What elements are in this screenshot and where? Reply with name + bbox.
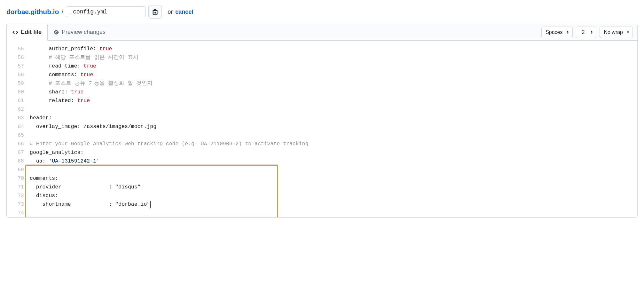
- line-content[interactable]: # Enter your Google Analytics web tracki…: [30, 139, 308, 148]
- code-line[interactable]: 71 provider : "disqus": [7, 183, 637, 191]
- line-content[interactable]: header:: [30, 114, 52, 122]
- line-content[interactable]: comments:: [30, 174, 58, 183]
- line-number: 74: [7, 209, 30, 217]
- code-line[interactable]: 56 # 해당 포스트를 읽은 시간이 표시: [7, 53, 637, 62]
- line-number: 60: [7, 88, 30, 96]
- line-number: 63: [7, 114, 30, 122]
- line-content[interactable]: author_profile: true: [30, 44, 112, 53]
- code-line[interactable]: 66# Enter your Google Analytics web trac…: [7, 139, 637, 148]
- code-line[interactable]: 63header:: [7, 114, 637, 122]
- editor-container: Edit file Preview changes Spaces ▲▼ 2 ▲▼…: [6, 24, 638, 218]
- code-line[interactable]: 61 related: true: [7, 96, 637, 105]
- indent-size-label: 2: [582, 29, 585, 35]
- select-caret-icon: ▲▼: [591, 30, 593, 34]
- line-number: 73: [7, 200, 30, 209]
- indent-mode-select[interactable]: Spaces ▲▼: [541, 27, 572, 38]
- code-line[interactable]: 57 read_time: true: [7, 62, 637, 70]
- line-number: 65: [7, 131, 30, 139]
- line-number: 66: [7, 139, 30, 148]
- clipboard-icon: [152, 9, 158, 15]
- eye-icon: [53, 29, 59, 35]
- wrap-mode-label: No wrap: [604, 29, 623, 35]
- code-line[interactable]: 60 share: true: [7, 88, 637, 96]
- code-line[interactable]: 73 shortname : "dorbae.io": [7, 200, 637, 209]
- select-caret-icon: ▲▼: [627, 30, 629, 34]
- line-content[interactable]: google_analytics:: [30, 148, 83, 157]
- line-number: 62: [7, 105, 30, 114]
- code-line[interactable]: 64 overlay_image: /assets/images/moon.jp…: [7, 122, 637, 131]
- line-content[interactable]: # 포스트 공유 기능을 활성화 할 것인지: [30, 79, 153, 88]
- text-cursor: [150, 201, 151, 208]
- tab-preview-changes[interactable]: Preview changes: [48, 24, 111, 40]
- repo-link[interactable]: dorbae.github.io: [6, 8, 59, 16]
- filename-input[interactable]: [66, 6, 146, 17]
- cancel-link[interactable]: cancel: [175, 9, 193, 15]
- code-line[interactable]: 74: [7, 209, 637, 217]
- line-number: 56: [7, 53, 30, 62]
- line-content[interactable]: comments: true: [30, 70, 93, 79]
- indent-size-select[interactable]: 2 ▲▼: [576, 27, 597, 38]
- clipboard-button[interactable]: [148, 5, 162, 19]
- code-line[interactable]: 65: [7, 131, 637, 139]
- line-content[interactable]: read_time: true: [30, 62, 96, 70]
- line-number: 64: [7, 122, 30, 131]
- line-number: 61: [7, 96, 30, 105]
- line-number: 57: [7, 62, 30, 70]
- code-line[interactable]: 67google_analytics:: [7, 148, 637, 157]
- code-icon: [12, 29, 18, 35]
- line-content[interactable]: provider : "disqus": [30, 183, 141, 191]
- code-line[interactable]: 59 # 포스트 공유 기능을 활성화 할 것인지: [7, 79, 637, 88]
- line-number: 59: [7, 79, 30, 88]
- line-content[interactable]: overlay_image: /assets/images/moon.jpg: [30, 122, 156, 131]
- line-number: 72: [7, 191, 30, 200]
- wrap-mode-select[interactable]: No wrap ▲▼: [600, 27, 633, 38]
- code-line[interactable]: 72 disqus:: [7, 191, 637, 200]
- line-content[interactable]: disqus:: [30, 191, 58, 200]
- tabs-bar: Edit file Preview changes Spaces ▲▼ 2 ▲▼…: [7, 24, 637, 41]
- select-caret-icon: ▲▼: [567, 30, 569, 34]
- line-content[interactable]: related: true: [30, 96, 90, 105]
- line-content[interactable]: share: true: [30, 88, 83, 96]
- tab-edit-file[interactable]: Edit file: [7, 24, 48, 41]
- line-number: 55: [7, 44, 30, 53]
- line-number: 71: [7, 183, 30, 191]
- line-content[interactable]: # 해당 포스트를 읽은 시간이 표시: [30, 53, 138, 62]
- code-line[interactable]: 62: [7, 105, 637, 114]
- line-content[interactable]: ua: 'UA-131591242-1': [30, 157, 99, 165]
- breadcrumb: dorbae.github.io / or cancel: [6, 5, 638, 19]
- line-number: 69: [7, 165, 30, 174]
- line-number: 70: [7, 174, 30, 183]
- code-line[interactable]: 55 author_profile: true: [7, 44, 637, 53]
- tab-label: Edit file: [21, 29, 42, 36]
- breadcrumb-separator: /: [61, 8, 63, 16]
- tab-label: Preview changes: [62, 29, 106, 36]
- line-number: 68: [7, 157, 30, 165]
- code-line[interactable]: 54 layout: single: [7, 41, 637, 44]
- indent-mode-label: Spaces: [546, 29, 562, 35]
- line-number: 58: [7, 70, 30, 79]
- code-editor[interactable]: 54 layout: single55 author_profile: true…: [7, 41, 637, 217]
- code-line[interactable]: 68 ua: 'UA-131591242-1': [7, 157, 637, 165]
- line-number: 67: [7, 148, 30, 157]
- toolbar-selects: Spaces ▲▼ 2 ▲▼ No wrap ▲▼: [541, 27, 637, 38]
- code-line[interactable]: 69: [7, 165, 637, 174]
- code-line[interactable]: 70comments:: [7, 174, 637, 183]
- code-line[interactable]: 58 comments: true: [7, 70, 637, 79]
- or-label: or: [168, 9, 173, 15]
- line-content[interactable]: shortname : "dorbae.io": [30, 200, 151, 209]
